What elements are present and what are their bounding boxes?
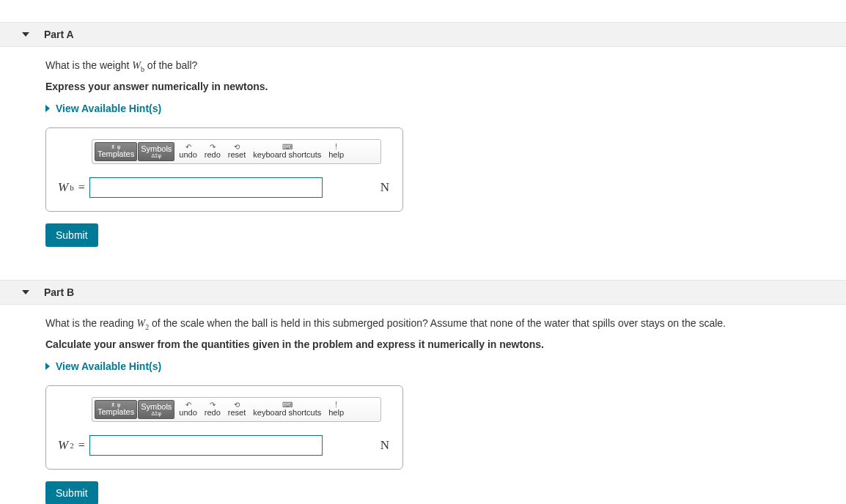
question-prefix: What is the reading [45, 317, 137, 329]
symbols-mini-icon: ΔΣφ [151, 153, 161, 158]
part-b-answer-box: x̄ φ Templates Symbols ΔΣφ ↶ undo ↷ redo [45, 385, 403, 470]
templates-button[interactable]: x̄ φ Templates [95, 400, 137, 419]
answer-sub: 2 [70, 441, 74, 450]
symbols-button[interactable]: Symbols ΔΣφ [138, 142, 174, 161]
part-a-body: What is the weight Wb of the ball? Expre… [0, 47, 846, 258]
help-button[interactable]: ! help [325, 142, 347, 161]
templates-label: Templates [98, 149, 134, 158]
part-b-block: Part B What is the reading W2 of the sca… [0, 280, 846, 504]
help-label: help [328, 151, 344, 159]
undo-button[interactable]: ↶ undo [175, 400, 200, 419]
symbols-label: Symbols [141, 144, 172, 153]
question-suffix: of the scale when the ball is held in th… [149, 317, 726, 329]
part-b-answer-input[interactable] [89, 435, 323, 456]
templates-mini-icon: x̄ φ [111, 144, 120, 149]
part-b-question: What is the reading W2 of the scale when… [45, 316, 846, 333]
part-b-answer-row: W2 = N [55, 435, 394, 456]
question-var: W [132, 60, 141, 71]
equals-sign: = [78, 181, 85, 194]
part-b-hints-toggle[interactable]: View Available Hint(s) [45, 360, 846, 372]
reset-label: reset [228, 409, 246, 417]
hints-label: View Available Hint(s) [56, 360, 161, 372]
undo-label: undo [179, 151, 196, 159]
templates-button[interactable]: x̄ φ Templates [95, 142, 137, 161]
redo-button[interactable]: ↷ redo [201, 400, 224, 419]
templates-mini-icon: x̄ φ [111, 402, 120, 407]
symbols-label: Symbols [141, 402, 172, 411]
symbols-button[interactable]: Symbols ΔΣφ [138, 400, 174, 419]
answer-var: W [58, 180, 68, 195]
part-a-title: Part A [44, 29, 74, 40]
answer-var: W [58, 438, 68, 453]
part-b-toolbar: x̄ φ Templates Symbols ΔΣφ ↶ undo ↷ redo [92, 397, 381, 422]
part-b-body: What is the reading W2 of the scale when… [0, 305, 846, 504]
part-a-toolbar: x̄ φ Templates Symbols ΔΣφ ↶ undo ↷ redo [92, 139, 381, 164]
help-button[interactable]: ! help [325, 400, 347, 419]
undo-button[interactable]: ↶ undo [175, 142, 200, 161]
question-var: W [137, 318, 146, 329]
part-b-title: Part B [44, 286, 74, 298]
keyboard-shortcuts-button[interactable]: ⌨ keyboard shortcuts [249, 400, 325, 419]
reset-button[interactable]: ⟲ reset [224, 142, 249, 161]
caret-down-icon [22, 32, 29, 37]
question-prefix: What is the weight [45, 59, 132, 71]
redo-label: redo [205, 409, 221, 417]
part-b-unit: N [380, 438, 389, 453]
part-a-answer-box: x̄ φ Templates Symbols ΔΣφ ↶ undo ↷ redo [45, 127, 403, 212]
question-suffix: of the ball? [144, 59, 197, 71]
reset-button[interactable]: ⟲ reset [224, 400, 249, 419]
part-a-header[interactable]: Part A [0, 22, 846, 47]
keyboard-label: keyboard shortcuts [253, 409, 321, 417]
undo-label: undo [179, 409, 196, 417]
redo-button[interactable]: ↷ redo [201, 142, 224, 161]
part-b-header[interactable]: Part B [0, 280, 846, 305]
help-label: help [328, 409, 344, 417]
part-a-hints-toggle[interactable]: View Available Hint(s) [45, 103, 846, 114]
templates-label: Templates [98, 407, 134, 416]
keyboard-label: keyboard shortcuts [253, 151, 321, 159]
redo-label: redo [205, 151, 221, 159]
hints-label: View Available Hint(s) [56, 103, 161, 114]
reset-label: reset [228, 151, 246, 159]
part-a-submit-button[interactable]: Submit [45, 223, 98, 247]
part-a-block: Part A What is the weight Wb of the ball… [0, 22, 846, 258]
keyboard-shortcuts-button[interactable]: ⌨ keyboard shortcuts [249, 142, 325, 161]
part-a-question: What is the weight Wb of the ball? [45, 58, 846, 75]
part-a-answer-input[interactable] [89, 177, 323, 198]
caret-right-icon [45, 363, 50, 370]
answer-sub: b [70, 183, 74, 192]
part-b-submit-button[interactable]: Submit [45, 481, 98, 504]
part-a-instruction: Express your answer numerically in newto… [45, 81, 846, 92]
part-a-answer-row: Wb = N [55, 177, 394, 198]
part-b-instruction: Calculate your answer from the quantitie… [45, 338, 846, 350]
part-a-unit: N [380, 180, 389, 195]
caret-down-icon [22, 290, 29, 294]
symbols-mini-icon: ΔΣφ [151, 411, 161, 416]
caret-right-icon [45, 105, 50, 112]
equals-sign: = [78, 439, 85, 452]
